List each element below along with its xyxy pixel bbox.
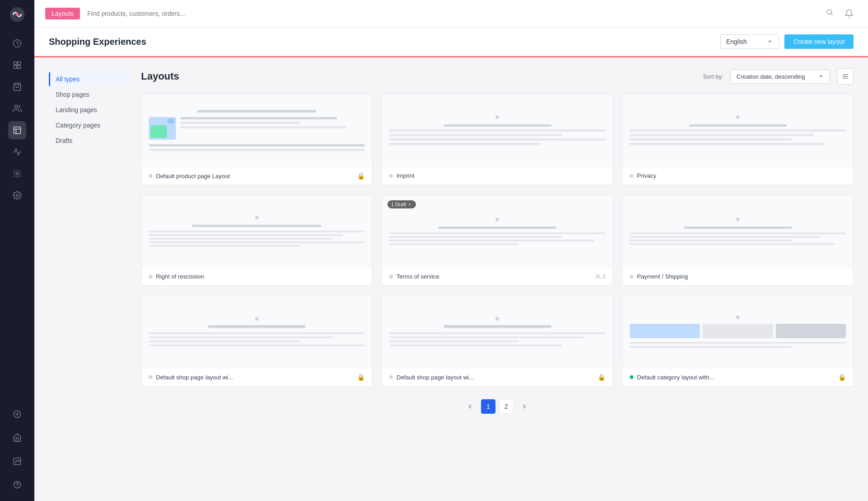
card-preview: 1 Draft bbox=[382, 195, 613, 267]
top-navigation: Layouts bbox=[34, 0, 868, 27]
pagination-next[interactable] bbox=[517, 399, 532, 414]
svg-point-12 bbox=[16, 173, 19, 175]
sort-label: Sort by: bbox=[703, 73, 723, 80]
card-name: Payment / Shipping bbox=[637, 273, 846, 280]
svg-rect-4 bbox=[18, 62, 21, 65]
content-body: All types Shop pages Landing pages Categ… bbox=[34, 57, 868, 501]
sidebar-item-extensions[interactable] bbox=[8, 165, 26, 183]
sidebar-item-customers[interactable] bbox=[8, 99, 26, 118]
notifications-bell[interactable] bbox=[841, 5, 857, 22]
layouts-title: Layouts bbox=[141, 71, 696, 82]
card-footer: Right of rescission bbox=[142, 267, 372, 285]
sidenav-item-landing[interactable]: Landing pages bbox=[49, 103, 130, 117]
search-input[interactable] bbox=[87, 10, 818, 17]
status-dot bbox=[149, 375, 152, 379]
sidenav-item-drafts[interactable]: Drafts bbox=[49, 133, 130, 148]
search-icon[interactable] bbox=[826, 8, 834, 19]
svg-point-1 bbox=[15, 13, 19, 16]
pagination-page-1[interactable]: 1 bbox=[481, 399, 495, 414]
card-name: Default shop page layout wi... bbox=[396, 374, 594, 381]
view-toggle-button[interactable] bbox=[837, 68, 854, 85]
card-preview bbox=[623, 295, 853, 368]
card-footer: Privacy bbox=[623, 166, 853, 184]
card-footer: Default category layout with... 🔒 bbox=[623, 368, 853, 386]
sidebar-item-analytics[interactable] bbox=[8, 452, 26, 470]
layout-card-product[interactable]: Default product page Layout 🔒 bbox=[141, 94, 373, 185]
status-dot bbox=[630, 375, 633, 379]
card-footer: Imprint bbox=[382, 166, 613, 184]
svg-point-25 bbox=[597, 274, 599, 276]
layout-card-rescission[interactable]: Right of rescission bbox=[141, 194, 373, 286]
layouts-main: Layouts Sort by: Creation date, descendi… bbox=[141, 68, 854, 414]
layouts-container: All types Shop pages Landing pages Categ… bbox=[49, 68, 854, 414]
language-label: English bbox=[726, 38, 747, 45]
sidebar-item-store[interactable] bbox=[8, 429, 26, 447]
card-preview bbox=[623, 94, 853, 166]
page-title: Shopping Experiences bbox=[49, 37, 146, 47]
pagination-page-2[interactable]: 2 bbox=[499, 399, 514, 414]
sidebar-item-dashboard[interactable] bbox=[8, 34, 26, 52]
layout-card-payment[interactable]: Payment / Shipping bbox=[622, 194, 854, 286]
language-selector[interactable]: English bbox=[720, 34, 779, 49]
search-bar bbox=[87, 10, 818, 17]
status-dot bbox=[630, 275, 633, 279]
layout-card-terms[interactable]: 1 Draft bbox=[382, 194, 613, 286]
card-preview bbox=[142, 295, 372, 368]
card-footer: Default shop page layout wi... 🔒 bbox=[382, 368, 613, 386]
content-header: Shopping Experiences English Create new … bbox=[34, 27, 868, 57]
svg-point-18 bbox=[14, 482, 21, 488]
layout-card-privacy[interactable]: Privacy bbox=[622, 94, 854, 185]
svg-rect-6 bbox=[18, 66, 21, 69]
sidebar-item-help[interactable] bbox=[8, 476, 26, 494]
draft-badge[interactable]: 1 Draft bbox=[387, 200, 416, 208]
users-count: 3 bbox=[595, 274, 605, 280]
lock-icon: 🔒 bbox=[598, 373, 605, 381]
svg-line-21 bbox=[831, 14, 832, 15]
card-name: Default category layout with... bbox=[637, 374, 835, 381]
svg-point-20 bbox=[827, 9, 832, 14]
layouts-sidenav: All types Shop pages Landing pages Categ… bbox=[49, 68, 130, 414]
svg-point-8 bbox=[14, 105, 18, 109]
create-new-layout-button[interactable]: Create new layout bbox=[784, 34, 854, 49]
svg-rect-17 bbox=[14, 458, 21, 465]
status-dot bbox=[630, 174, 633, 178]
sidebar-item-orders[interactable] bbox=[8, 78, 26, 96]
layout-card-category[interactable]: Default category layout with... 🔒 bbox=[622, 295, 854, 387]
card-preview bbox=[623, 195, 853, 267]
app-logo bbox=[8, 5, 26, 24]
layouts-toolbar: Layouts Sort by: Creation date, descendi… bbox=[141, 68, 854, 85]
svg-rect-3 bbox=[14, 62, 17, 65]
card-name: Default shop page layout wi... bbox=[156, 374, 354, 381]
card-preview bbox=[382, 295, 613, 368]
pagination-prev[interactable] bbox=[463, 399, 477, 414]
card-name: Terms of service bbox=[396, 273, 592, 280]
sidenav-item-category[interactable]: Category pages bbox=[49, 118, 130, 132]
svg-rect-9 bbox=[14, 127, 21, 134]
layout-card-shop2[interactable]: Default shop page layout wi... 🔒 bbox=[382, 295, 613, 387]
layout-card-shop1[interactable]: Default shop page layout wi... 🔒 bbox=[141, 295, 373, 387]
sidenav-item-all[interactable]: All types bbox=[49, 72, 130, 86]
header-actions: English Create new layout bbox=[720, 34, 854, 49]
layouts-badge: Layouts bbox=[45, 8, 80, 19]
layout-card-imprint[interactable]: Imprint bbox=[382, 94, 613, 185]
card-name: Privacy bbox=[637, 172, 846, 179]
sort-select[interactable]: Creation date, descending bbox=[731, 70, 830, 84]
card-name: Default product page Layout bbox=[156, 173, 354, 180]
sidebar-item-content[interactable] bbox=[8, 121, 26, 139]
sidebar-item-add[interactable] bbox=[8, 405, 26, 423]
card-footer: Payment / Shipping bbox=[623, 267, 853, 285]
lock-icon: 🔒 bbox=[838, 373, 846, 381]
status-dot bbox=[389, 174, 393, 178]
sidebar-item-marketing[interactable] bbox=[8, 143, 26, 161]
sort-value: Creation date, descending bbox=[736, 73, 805, 80]
sidebar bbox=[0, 0, 34, 501]
layouts-grid: Default product page Layout 🔒 bbox=[141, 94, 854, 387]
status-dot bbox=[149, 174, 152, 178]
pagination: 1 2 bbox=[141, 399, 854, 414]
lock-icon: 🔒 bbox=[357, 373, 365, 381]
sidebar-item-settings[interactable] bbox=[8, 186, 26, 204]
sidenav-item-shop[interactable]: Shop pages bbox=[49, 87, 130, 102]
card-footer: Default shop page layout wi... 🔒 bbox=[142, 368, 372, 386]
svg-point-13 bbox=[16, 194, 19, 197]
sidebar-item-products[interactable] bbox=[8, 56, 26, 74]
